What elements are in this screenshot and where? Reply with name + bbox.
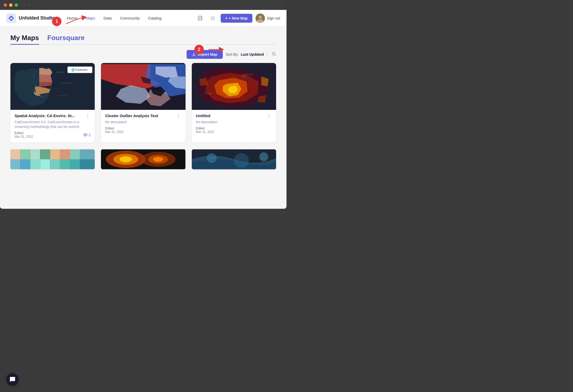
- tab-foursquare[interactable]: Foursquare: [47, 34, 85, 45]
- download-icon: [192, 52, 196, 56]
- nav-maps[interactable]: Maps: [82, 14, 99, 22]
- search-button[interactable]: [271, 52, 276, 58]
- card-menu-btn-3[interactable]: ⋮: [266, 113, 272, 118]
- svg-point-19: [85, 134, 86, 135]
- traffic-light-close[interactable]: [4, 3, 7, 7]
- card-menu-btn-2[interactable]: ⋮: [176, 113, 181, 118]
- partial-card-2[interactable]: [101, 149, 185, 170]
- foursquare-label: Foursquare: [47, 34, 85, 42]
- svg-rect-35: [10, 159, 20, 169]
- map-card-2[interactable]: Cluster Outlier Analysis Test ⋮ No descr…: [101, 63, 185, 143]
- views-count-1: 2: [89, 133, 91, 137]
- content-area: 1 My Maps Foursquare 2: [0, 27, 286, 209]
- card-edited-label-3: Edited: [196, 127, 214, 130]
- card-date-2: Mar 31, 2022: [105, 130, 124, 134]
- card-footer-1: Edited Mar 31, 2022 2: [15, 131, 91, 138]
- nav-catalog[interactable]: Catalog: [144, 14, 165, 22]
- svg-text:LOS ANGELES: LOS ANGELES: [60, 82, 72, 84]
- california-map-svg: NEVADA LOS ANGELES SAN DIEGO 🌐 Published: [10, 63, 95, 110]
- berlin-map-svg: DOBERITZER HEIDE Potsdam: [192, 63, 276, 110]
- logo-icon: [6, 13, 16, 23]
- svg-rect-40: [60, 159, 70, 169]
- card-title-3: Untitled: [196, 113, 266, 118]
- app-container: Unfolded Studio Home Maps Data Community…: [0, 10, 286, 209]
- user-avatar-area[interactable]: Sign out: [256, 14, 280, 23]
- map-card-1[interactable]: NEVADA LOS ANGELES SAN DIEGO 🌐 Published…: [10, 63, 95, 143]
- card-edit-info-1: Edited Mar 31, 2022: [15, 131, 33, 138]
- partial-thumb-3: [192, 149, 276, 170]
- svg-text:DOBERITZER: DOBERITZER: [241, 74, 252, 75]
- svg-rect-33: [70, 149, 80, 159]
- svg-rect-28: [20, 149, 30, 159]
- avatar: [256, 14, 265, 23]
- svg-rect-31: [50, 149, 60, 159]
- svg-text:SAN DIEGO: SAN DIEGO: [58, 95, 67, 97]
- partial-thumb-2: [101, 149, 185, 170]
- svg-rect-27: [10, 149, 20, 159]
- slack-icon-btn[interactable]: [208, 14, 218, 23]
- import-map-button[interactable]: Import Map: [187, 50, 222, 59]
- svg-rect-36: [20, 159, 30, 169]
- logo-area[interactable]: Unfolded Studio: [6, 13, 55, 23]
- svg-rect-30: [40, 149, 50, 159]
- partial-card-1[interactable]: [10, 149, 95, 170]
- nav-links: Home Maps Data Community Catalog: [63, 14, 165, 22]
- sort-divider: [268, 52, 268, 57]
- card-date-1: Mar 31, 2022: [15, 135, 33, 138]
- card-footer-2: Edited Mar 31, 2022: [105, 127, 181, 134]
- card-footer-3: Edited Mar 31, 2022: [196, 127, 272, 134]
- card-body-3: Untitled ⋮ No description Edited Mar 31,…: [192, 110, 276, 138]
- card-title-row-3: Untitled ⋮: [196, 113, 272, 118]
- tab-my-maps[interactable]: My Maps: [10, 34, 39, 45]
- traffic-light-minimize[interactable]: [9, 3, 12, 7]
- partial-cards-row: [10, 149, 276, 170]
- partial-card-3[interactable]: [192, 149, 276, 170]
- new-map-button[interactable]: + + New Map: [221, 14, 252, 23]
- new-map-plus: +: [225, 16, 228, 21]
- traffic-light-fullscreen[interactable]: [15, 3, 18, 7]
- card-title-row-2: Cluster Outlier Analysis Test ⋮: [105, 113, 181, 118]
- new-map-label: + New Map: [229, 16, 248, 20]
- card-edit-info-2: Edited Mar 31, 2022: [105, 127, 124, 134]
- nav-community[interactable]: Community: [116, 14, 143, 22]
- navbar: Unfolded Studio Home Maps Data Community…: [0, 10, 286, 27]
- svg-text:Potsdam: Potsdam: [204, 92, 212, 94]
- card-date-3: Mar 31, 2022: [196, 130, 214, 134]
- svg-rect-29: [30, 149, 40, 159]
- card-desc-1: CalEnviroScreen 4.0. CalEnviroScreen is …: [15, 120, 91, 129]
- svg-rect-37: [30, 159, 40, 169]
- card-title-row-1: Spatial Analysis: CA Enviro. St... ⋮: [15, 113, 91, 118]
- map-card-3[interactable]: DOBERITZER HEIDE Potsdam Untitled ⋮ No d…: [192, 63, 276, 143]
- import-map-label: Import Map: [198, 52, 217, 56]
- card-menu-btn-1[interactable]: ⋮: [85, 113, 91, 118]
- sort-value: Last Updated: [241, 52, 264, 56]
- avatar-image: [256, 14, 265, 23]
- sort-label: Sort By:: [226, 52, 239, 56]
- svg-point-47: [120, 156, 132, 162]
- page-tabs: My Maps Foursquare: [10, 34, 276, 45]
- sort-area: Sort By: Last Updated: [226, 52, 276, 58]
- svg-rect-42: [80, 159, 95, 169]
- nav-data[interactable]: Data: [100, 14, 116, 22]
- svg-rect-41: [70, 159, 80, 169]
- slack-icon: [210, 15, 216, 21]
- svg-point-55: [259, 153, 268, 161]
- card-desc-2: No description: [105, 120, 181, 124]
- nav-home[interactable]: Home: [63, 14, 81, 22]
- sign-out-text[interactable]: Sign out: [267, 16, 280, 20]
- card-edited-label-2: Edited: [105, 127, 124, 130]
- back-arrow[interactable]: ‹: [23, 3, 24, 7]
- card-thumb-2: [101, 63, 185, 110]
- svg-text:HEIDE: HEIDE: [241, 76, 247, 78]
- svg-text:NEVADA: NEVADA: [56, 71, 65, 73]
- eye-icon-1: [83, 133, 87, 137]
- forward-arrow[interactable]: ›: [29, 3, 30, 7]
- notebook-icon-btn[interactable]: [196, 14, 205, 23]
- svg-point-10: [259, 16, 262, 19]
- svg-rect-32: [60, 149, 70, 159]
- svg-rect-39: [50, 159, 60, 169]
- svg-rect-34: [80, 149, 95, 159]
- card-desc-3: No description: [196, 120, 272, 124]
- search-icon: [271, 52, 276, 56]
- card-title-1: Spatial Analysis: CA Enviro. St...: [15, 113, 85, 118]
